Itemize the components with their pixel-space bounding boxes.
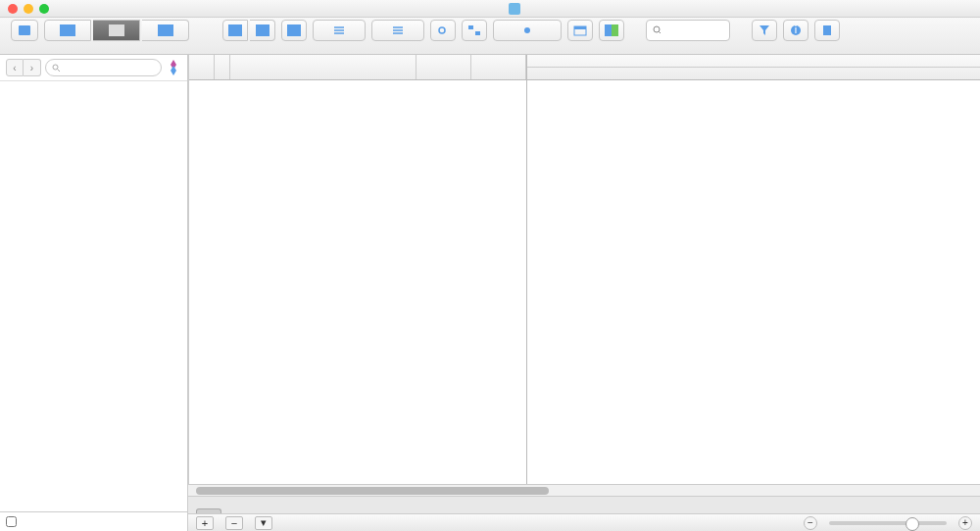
toolbar-search[interactable] <box>646 20 730 41</box>
status-bar: + − ▾ − + <box>188 513 980 531</box>
filter-button[interactable] <box>752 20 777 41</box>
only-installed-checkbox[interactable] <box>6 516 17 527</box>
sidebar: ‹ › <box>0 55 188 531</box>
add-item-button[interactable] <box>281 20 307 41</box>
tab-bar <box>188 496 980 513</box>
titlebar <box>0 0 980 18</box>
svg-rect-0 <box>509 3 520 15</box>
gantt-chart[interactable] <box>527 55 980 484</box>
svg-point-19 <box>53 65 58 70</box>
svg-rect-13 <box>605 24 612 36</box>
micro-report-2[interactable] <box>250 20 275 41</box>
svg-text:i: i <box>795 24 797 35</box>
link-button[interactable] <box>430 20 456 41</box>
svg-rect-9 <box>475 31 480 35</box>
svg-point-15 <box>654 26 660 32</box>
col-name[interactable] <box>230 55 416 79</box>
view-2-button[interactable] <box>93 20 140 41</box>
search-icon <box>653 25 661 35</box>
zoom-slider[interactable] <box>829 521 947 525</box>
zoom-in[interactable]: + <box>958 516 972 530</box>
col-icon[interactable] <box>215 55 230 79</box>
nav-fwd[interactable]: › <box>24 59 41 76</box>
task-table <box>189 55 527 484</box>
svg-rect-1 <box>19 25 30 35</box>
search-icon <box>52 64 60 72</box>
view-1-button[interactable] <box>44 20 91 41</box>
svg-rect-5 <box>228 24 242 36</box>
zoom-out[interactable]: − <box>804 516 817 530</box>
info-button[interactable]: i <box>783 20 808 41</box>
col-number[interactable] <box>189 55 215 79</box>
svg-rect-4 <box>158 24 173 36</box>
status-menu[interactable]: ▾ <box>255 516 272 530</box>
indent-button[interactable] <box>313 20 366 41</box>
theme-button[interactable] <box>599 20 624 41</box>
svg-rect-3 <box>109 24 124 36</box>
svg-rect-14 <box>612 24 618 36</box>
view-3-button[interactable] <box>142 20 189 41</box>
hypernote-button[interactable] <box>814 20 840 41</box>
diagram-button[interactable] <box>462 20 487 41</box>
h-scroll-thumb[interactable] <box>196 487 549 495</box>
window-title <box>61 3 972 15</box>
svg-point-10 <box>524 27 530 33</box>
toolbar: i <box>0 18 980 55</box>
app-logo-icon <box>166 60 181 75</box>
zoom-window[interactable] <box>39 4 49 14</box>
col-finish[interactable] <box>471 55 526 79</box>
minimize-window[interactable] <box>24 4 33 14</box>
micro-report-1[interactable] <box>222 20 248 41</box>
mindmap-button[interactable] <box>493 20 562 41</box>
svg-rect-8 <box>468 25 473 29</box>
calendar-button[interactable] <box>567 20 593 41</box>
status-remove[interactable]: − <box>225 516 243 530</box>
nav-back[interactable]: ‹ <box>6 59 24 76</box>
status-add[interactable]: + <box>196 516 214 530</box>
sidebar-search[interactable] <box>45 59 162 76</box>
toolbar-search-input[interactable] <box>664 25 723 36</box>
close-window[interactable] <box>8 4 18 14</box>
svg-rect-7 <box>287 24 301 36</box>
svg-rect-12 <box>574 26 586 29</box>
sidebar-search-input[interactable] <box>64 63 155 73</box>
svg-rect-6 <box>256 24 270 36</box>
svg-rect-18 <box>823 25 831 35</box>
svg-rect-2 <box>60 24 75 36</box>
col-start[interactable] <box>416 55 471 79</box>
h-scrollbar[interactable] <box>188 484 980 496</box>
solutions-button[interactable] <box>11 20 38 41</box>
outdent-button[interactable] <box>371 20 424 41</box>
